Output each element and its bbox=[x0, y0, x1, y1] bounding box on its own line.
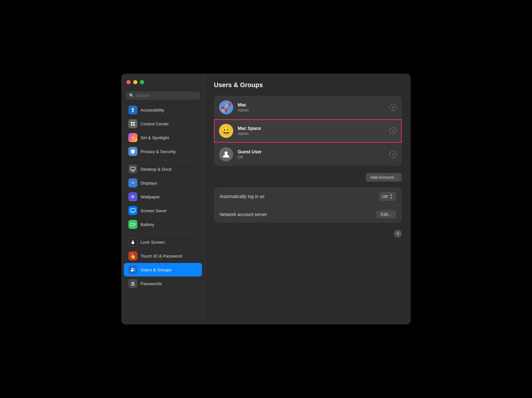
user-row-mac[interactable]: 🚀 Mac Admin i bbox=[214, 96, 402, 119]
search-input[interactable] bbox=[136, 93, 197, 98]
svg-line-4 bbox=[133, 111, 134, 112]
svg-rect-7 bbox=[131, 124, 133, 126]
sidebar-label-lock-screen: Lock Screen bbox=[141, 240, 165, 245]
svg-point-20 bbox=[133, 284, 133, 285]
sidebar-item-screen-saver[interactable]: Screen Saver bbox=[124, 204, 202, 217]
sidebar-divider-1 bbox=[126, 160, 200, 160]
search-icon: 🔍 bbox=[129, 93, 134, 98]
wallpaper-icon: ❋ bbox=[128, 192, 137, 201]
lock-screen-icon bbox=[128, 238, 137, 247]
sidebar-label-privacy-security: Privacy & Security bbox=[141, 149, 176, 154]
svg-rect-16 bbox=[132, 242, 134, 244]
network-account-edit-button[interactable]: Edit... bbox=[376, 210, 396, 218]
svg-rect-15 bbox=[131, 224, 134, 225]
sidebar-item-battery[interactable]: Battery bbox=[124, 218, 202, 231]
chevron-updown-icon: ▲▼ bbox=[390, 193, 393, 200]
search-bar[interactable]: 🔍 bbox=[126, 92, 200, 100]
user-row-guest[interactable]: Guest User Off i bbox=[214, 143, 402, 166]
system-settings-window: 🔍 Accessibility Control Center ✦ Siri & … bbox=[121, 74, 411, 324]
network-account-control: Edit... bbox=[376, 210, 396, 218]
user-role-guest: Off bbox=[238, 155, 390, 159]
sidebar-label-screen-saver: Screen Saver bbox=[141, 208, 167, 213]
svg-rect-9 bbox=[131, 167, 135, 170]
user-name-mac-space: Mac Space bbox=[238, 126, 390, 131]
main-content: Users & Groups 🚀 Mac Admin i 😀 Mac Space… bbox=[205, 74, 411, 324]
sidebar-item-accessibility[interactable]: Accessibility bbox=[124, 103, 202, 117]
battery-icon bbox=[128, 220, 137, 229]
privacy-security-icon bbox=[128, 147, 137, 156]
info-button-guest[interactable]: i bbox=[390, 151, 397, 158]
help-row: ? bbox=[214, 229, 402, 238]
sidebar: 🔍 Accessibility Control Center ✦ Siri & … bbox=[121, 74, 205, 324]
siri-spotlight-icon: ✦ bbox=[128, 133, 137, 142]
sidebar-item-touch-id[interactable]: 👆 Touch ID & Password bbox=[124, 249, 202, 263]
help-button[interactable]: ? bbox=[394, 230, 402, 238]
svg-rect-12 bbox=[132, 212, 134, 213]
sidebar-label-touch-id: Touch ID & Password bbox=[141, 254, 182, 258]
sidebar-label-battery: Battery bbox=[141, 222, 154, 227]
sidebar-item-privacy-security[interactable]: Privacy & Security bbox=[124, 145, 202, 158]
sidebar-item-passwords[interactable]: Passwords bbox=[124, 277, 202, 290]
minimize-button[interactable] bbox=[133, 80, 137, 84]
sidebar-label-users-groups: Users & Groups bbox=[141, 267, 171, 272]
sidebar-label-wallpaper: Wallpaper bbox=[141, 194, 160, 199]
sidebar-label-passwords: Passwords bbox=[141, 281, 162, 286]
user-info-mac: Mac Admin bbox=[238, 102, 390, 113]
svg-rect-10 bbox=[132, 171, 134, 171]
auto-login-control: Off ▲▼ bbox=[379, 192, 396, 201]
user-role-mac: Admin bbox=[238, 108, 390, 113]
add-account-row: Add Account... bbox=[214, 173, 402, 182]
sidebar-item-users-groups[interactable]: Users & Groups bbox=[124, 263, 202, 276]
sidebar-label-accessibility: Accessibility bbox=[141, 108, 164, 113]
desktop-dock-icon bbox=[128, 165, 137, 174]
close-button[interactable] bbox=[126, 80, 131, 84]
sidebar-label-control-center: Control Center bbox=[141, 122, 169, 126]
info-button-mac-space[interactable]: i bbox=[390, 127, 397, 134]
sidebar-item-desktop-dock[interactable]: Desktop & Dock bbox=[124, 162, 202, 176]
users-groups-icon bbox=[128, 265, 137, 274]
auto-login-value: Off bbox=[382, 194, 388, 199]
svg-rect-6 bbox=[133, 122, 135, 123]
auto-login-label: Automatically log in as bbox=[220, 194, 264, 199]
user-role-mac-space: Admin bbox=[238, 131, 390, 136]
auto-login-row: Automatically log in as Off ▲▼ bbox=[214, 187, 402, 206]
svg-point-0 bbox=[132, 108, 133, 109]
titlebar bbox=[121, 74, 205, 90]
auto-login-dropdown[interactable]: Off ▲▼ bbox=[379, 192, 396, 201]
svg-rect-11 bbox=[131, 209, 135, 212]
sidebar-item-wallpaper[interactable]: ❋ Wallpaper bbox=[124, 190, 202, 204]
avatar-mac: 🚀 bbox=[219, 100, 233, 114]
sidebar-item-displays[interactable]: ☀ Displays bbox=[124, 176, 202, 190]
touch-id-icon: 👆 bbox=[128, 251, 137, 260]
network-account-label: Network account server bbox=[220, 212, 267, 217]
sidebar-item-siri-spotlight[interactable]: ✦ Siri & Spotlight bbox=[124, 131, 202, 144]
sidebar-label-desktop-dock: Desktop & Dock bbox=[141, 167, 172, 172]
svg-point-21 bbox=[225, 151, 228, 155]
maximize-button[interactable] bbox=[140, 80, 144, 84]
add-account-button[interactable]: Add Account... bbox=[366, 173, 402, 182]
avatar-guest bbox=[219, 147, 233, 161]
sidebar-item-control-center[interactable]: Control Center bbox=[124, 117, 202, 131]
user-row-mac-space[interactable]: 😀 Mac Space Admin i bbox=[214, 119, 402, 143]
displays-icon: ☀ bbox=[128, 178, 137, 187]
svg-point-17 bbox=[132, 268, 133, 270]
user-info-mac-space: Mac Space Admin bbox=[238, 126, 390, 136]
user-name-guest: Guest User bbox=[238, 149, 390, 154]
control-center-icon bbox=[128, 119, 137, 128]
user-list: 🚀 Mac Admin i 😀 Mac Space Admin i bbox=[214, 96, 402, 166]
network-account-row: Network account server Edit... bbox=[214, 206, 402, 223]
svg-rect-8 bbox=[133, 124, 135, 126]
sidebar-divider-2 bbox=[126, 233, 200, 233]
svg-rect-14 bbox=[134, 224, 135, 225]
info-button-mac[interactable]: i bbox=[390, 104, 397, 111]
settings-section: Automatically log in as Off ▲▼ Network a… bbox=[214, 187, 402, 223]
svg-point-18 bbox=[133, 268, 135, 269]
page-title: Users & Groups bbox=[214, 81, 402, 89]
accessibility-icon bbox=[128, 105, 137, 114]
sidebar-item-lock-screen[interactable]: Lock Screen bbox=[124, 235, 202, 249]
screen-saver-icon bbox=[128, 206, 137, 215]
user-info-guest: Guest User Off bbox=[238, 149, 390, 159]
svg-rect-5 bbox=[131, 122, 133, 123]
avatar-mac-space: 😀 bbox=[219, 124, 233, 138]
sidebar-label-displays: Displays bbox=[141, 181, 157, 185]
